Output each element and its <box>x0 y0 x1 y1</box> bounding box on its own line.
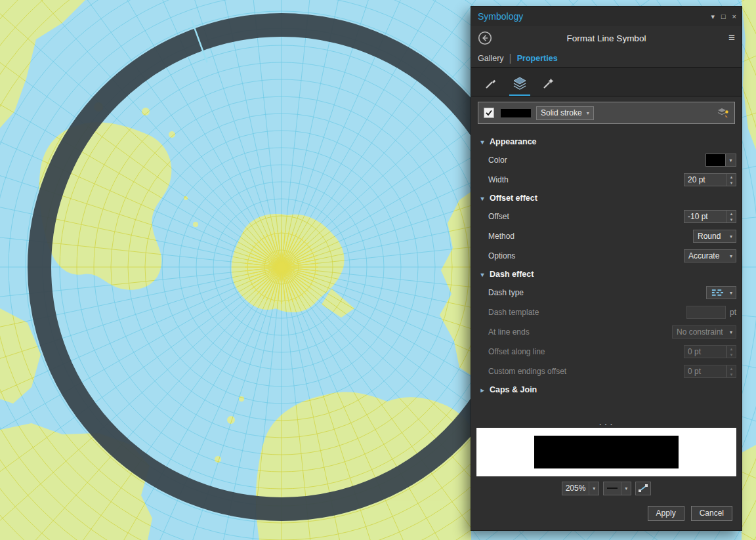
pane-menu-chevron-icon[interactable]: ▾ <box>711 12 715 21</box>
diagonal-line-icon <box>638 484 648 493</box>
width-label: Width <box>488 175 509 184</box>
width-spinner[interactable]: ▴ ▾ <box>726 174 736 186</box>
line-style-sample <box>607 488 618 489</box>
menu-icon[interactable]: ≡ <box>728 31 735 45</box>
symbol-preview-area <box>476 428 736 476</box>
dash-type-row: Dash type ▾ <box>471 283 742 302</box>
pane-header-title: Format Line Symbol <box>471 33 742 43</box>
custom-endings-offset-value: 0 pt <box>684 367 726 376</box>
spin-down-icon[interactable]: ▾ <box>727 180 736 186</box>
dash-type-dropdown[interactable]: ▾ <box>706 286 736 299</box>
section-dash-title: Dash effect <box>490 270 534 279</box>
offset-along-line-row: Offset along line 0 pt ▴ ▾ <box>471 342 742 362</box>
spin-down-icon[interactable]: ▾ <box>727 217 736 222</box>
structure-wand-tab-icon[interactable] <box>538 72 559 96</box>
at-line-ends-row: At line ends No constraint ▾ <box>471 322 742 342</box>
tab-separator: | <box>509 52 512 64</box>
method-row: Method Round ▾ <box>471 226 742 246</box>
symbol-pencil-tab-icon[interactable] <box>480 72 501 96</box>
spin-down-icon: ▾ <box>727 352 736 358</box>
at-line-ends-dropdown: No constraint ▾ <box>672 325 736 339</box>
section-dash-header[interactable]: ▾ Dash effect <box>471 266 742 283</box>
spin-up-icon: ▴ <box>727 346 736 352</box>
layer-visibility-checkbox[interactable] <box>484 108 494 118</box>
section-appearance-title: Appearance <box>490 137 537 146</box>
section-collapsed-icon: ▸ <box>479 386 486 394</box>
section-caps-join-title: Caps & Join <box>490 385 537 394</box>
width-input[interactable]: 20 pt ▴ ▾ <box>684 173 736 186</box>
preview-zoom-value: 205% <box>562 484 589 493</box>
check-icon <box>485 109 493 117</box>
back-icon <box>478 31 492 45</box>
preview-zoom-dropdown[interactable]: 205% ▾ <box>562 482 600 495</box>
section-caps-join-header[interactable]: ▸ Caps & Join <box>471 381 742 398</box>
method-label: Method <box>488 232 514 241</box>
spin-up-icon[interactable]: ▴ <box>727 211 736 217</box>
custom-endings-offset-label: Custom endings offset <box>488 367 566 376</box>
options-value: Accurate <box>688 251 719 260</box>
tab-properties[interactable]: Properties <box>517 54 558 63</box>
offset-along-line-input: 0 pt ▴ ▾ <box>684 345 736 358</box>
offset-value: -10 pt <box>684 212 726 221</box>
offset-along-line-value: 0 pt <box>684 347 726 356</box>
stroke-type-label: Solid stroke <box>541 108 582 117</box>
preview-line-style-dropdown[interactable]: ▾ <box>603 482 631 495</box>
section-expanded-icon: ▾ <box>479 271 486 278</box>
back-button[interactable] <box>478 31 492 45</box>
dropdown-arrow-icon: ▾ <box>726 157 736 163</box>
dropdown-arrow-icon: ▾ <box>587 110 589 116</box>
width-row: Width 20 pt ▴ ▾ <box>471 170 742 190</box>
stroke-type-dropdown[interactable]: Solid stroke ▾ <box>536 106 594 120</box>
options-dropdown[interactable]: Accurate ▾ <box>684 249 736 262</box>
splitter-dots-icon: • • • <box>599 422 613 426</box>
offset-label: Offset <box>488 212 509 221</box>
section-appearance-header[interactable]: ▾ Appearance <box>471 133 742 150</box>
spin-down-icon: ▾ <box>727 371 736 377</box>
spin-up-icon: ▴ <box>727 365 736 371</box>
cancel-button[interactable]: Cancel <box>691 506 732 521</box>
at-line-ends-label: At line ends <box>488 327 530 337</box>
dash-template-control: pt <box>686 306 736 319</box>
options-label: Options <box>488 251 515 260</box>
color-picker-dropdown[interactable]: ▾ <box>705 154 736 167</box>
section-offset-header[interactable]: ▾ Offset effect <box>471 190 742 207</box>
dropdown-arrow-icon: ▾ <box>730 329 732 335</box>
layer-options-icon[interactable] <box>717 108 729 118</box>
color-swatch <box>706 154 726 166</box>
at-line-ends-value: No constraint <box>677 327 723 337</box>
method-dropdown[interactable]: Round ▾ <box>693 230 736 243</box>
tab-gallery[interactable]: Gallery <box>478 54 504 63</box>
options-row: Options Accurate ▾ <box>471 246 742 266</box>
pane-float-icon[interactable]: □ <box>721 12 726 21</box>
preview-splitter-handle[interactable]: • • • <box>471 420 742 428</box>
layers-tab-icon[interactable] <box>509 72 530 96</box>
color-row: Color ▾ <box>471 150 742 170</box>
properties-toolbar <box>471 68 742 96</box>
preview-controls: 205% ▾ ▾ <box>471 476 742 500</box>
custom-endings-offset-spinner: ▴ ▾ <box>726 365 736 377</box>
section-expanded-icon: ▾ <box>479 195 486 202</box>
offset-spinner[interactable]: ▴ ▾ <box>726 211 736 222</box>
dash-template-label: Dash template <box>488 308 539 317</box>
apply-button[interactable]: Apply <box>648 506 684 521</box>
preview-line-sample <box>534 436 679 468</box>
dropdown-arrow-icon: ▾ <box>730 290 732 296</box>
offset-row: Offset -10 pt ▴ ▾ <box>471 207 742 226</box>
pane-title: Symbology <box>478 11 523 22</box>
layer-preview-swatch <box>501 109 531 117</box>
offset-along-line-label: Offset along line <box>488 347 545 356</box>
properties-list: ▾ Appearance Color ▾ Width 20 pt ▴ ▾ ▾ O… <box>471 129 742 420</box>
spin-up-icon[interactable]: ▴ <box>727 174 736 180</box>
width-value: 20 pt <box>684 175 726 184</box>
pane-close-icon[interactable]: × <box>732 12 736 21</box>
color-label: Color <box>488 156 507 165</box>
section-offset-title: Offset effect <box>490 194 537 203</box>
preview-fit-toggle-button[interactable] <box>635 482 651 495</box>
dash-template-row: Dash template pt <box>471 302 742 322</box>
dash-template-field <box>686 306 726 319</box>
offset-along-line-spinner: ▴ ▾ <box>726 346 736 358</box>
symbol-layer-row[interactable]: Solid stroke ▾ <box>478 102 735 124</box>
offset-input[interactable]: -10 pt ▴ ▾ <box>684 210 736 223</box>
pane-header: Format Line Symbol ≡ <box>471 26 742 50</box>
pane-tabs: Gallery | Properties <box>471 50 742 68</box>
